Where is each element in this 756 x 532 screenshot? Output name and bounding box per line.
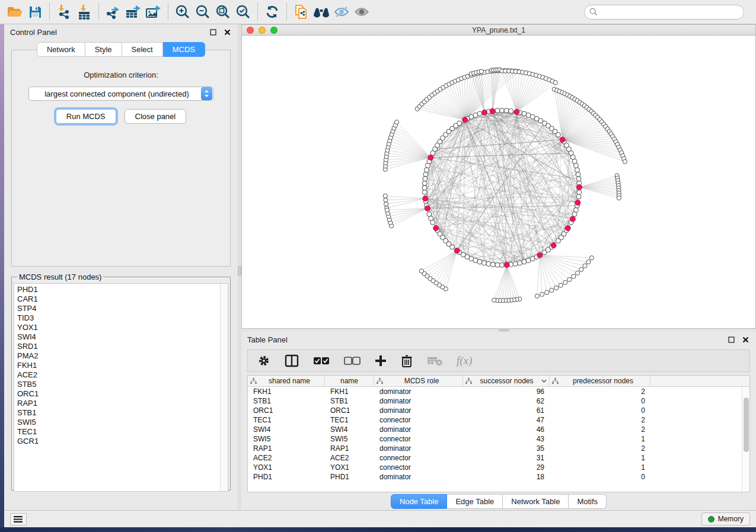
memory-label: Memory	[718, 515, 744, 523]
network-window-titlebar: YPA_prune.txt_1	[242, 25, 755, 36]
cell-successor-nodes: 43	[463, 434, 550, 444]
result-node-item[interactable]: STB5	[17, 380, 228, 389]
split-columns-button[interactable]	[285, 352, 299, 370]
table-settings-button[interactable]	[257, 352, 270, 370]
mcds-result-list[interactable]: PHD1CAR1STP4TID3YOX1SWI4SRD1PMA2FKH1ACE2…	[14, 283, 228, 492]
table-row[interactable]: SWI4SWI4dominator462	[248, 425, 749, 434]
network-canvas[interactable]	[242, 36, 755, 328]
refresh-layout-button[interactable]	[262, 2, 282, 21]
zoom-selected-icon	[235, 4, 251, 20]
column-header-shared-name[interactable]: shared name	[248, 376, 325, 386]
delete-column-button[interactable]	[401, 352, 413, 370]
close-table-panel-button[interactable]	[741, 335, 750, 344]
delete-table-button[interactable]	[427, 352, 442, 370]
network-graph[interactable]	[242, 36, 755, 328]
hide-selected-button[interactable]	[331, 2, 352, 21]
show-all-button[interactable]	[352, 2, 372, 21]
tab-edge-table[interactable]: Edge Table	[447, 494, 503, 509]
cell-MCDS-role: dominator	[374, 444, 463, 453]
table-row[interactable]: SWI5SWI5connector431	[248, 434, 749, 444]
result-node-item[interactable]: TEC1	[17, 427, 228, 437]
cell-MCDS-role: dominator	[374, 425, 463, 434]
show-panels-button[interactable]	[10, 513, 27, 525]
tab-motifs[interactable]: Motifs	[569, 494, 607, 509]
table-row[interactable]: FKH1FKH1dominator962	[248, 387, 749, 396]
result-node-item[interactable]: YOX1	[17, 323, 228, 332]
column-header-predecessor-nodes[interactable]: predecessor nodes	[550, 376, 650, 386]
criterion-dropdown[interactable]: largest connected component (undirected)	[28, 86, 213, 101]
result-list-scrollbar[interactable]	[220, 284, 228, 491]
search-input[interactable]	[601, 8, 739, 16]
result-node-item[interactable]: PMA2	[17, 351, 228, 361]
table-row[interactable]: ORC1ORC1dominator610	[248, 406, 749, 415]
save-session-button[interactable]	[25, 2, 45, 21]
cell-MCDS-role: connector	[374, 434, 463, 444]
tab-style[interactable]: Style	[85, 42, 122, 57]
tab-node-table[interactable]: Node Table	[391, 494, 448, 509]
result-node-item[interactable]: ORC1	[17, 389, 228, 399]
result-node-item[interactable]: STP4	[17, 304, 228, 313]
table-row[interactable]: YOX1YOX1connector291	[248, 463, 749, 472]
table-type-tabs: Node TableEdge TableNetwork TableMotifs	[241, 492, 756, 510]
select-all-columns-button[interactable]	[313, 352, 330, 370]
result-node-item[interactable]: SWI5	[17, 418, 228, 427]
table-scrollbar-thumb[interactable]	[744, 398, 749, 452]
float-window-icon	[728, 336, 735, 343]
cell-successor-nodes: 35	[463, 444, 550, 453]
column-header-successor-nodes[interactable]: successor nodes	[463, 376, 550, 386]
vertical-splitter[interactable]	[238, 24, 241, 510]
tab-select[interactable]: Select	[122, 42, 163, 57]
result-node-item[interactable]: SRD1	[17, 342, 228, 351]
splitter-grip[interactable]	[499, 329, 509, 331]
memory-button[interactable]: Memory	[701, 512, 750, 525]
deselect-all-columns-button[interactable]	[344, 352, 361, 370]
float-table-panel-button[interactable]	[726, 335, 736, 344]
column-header-MCDS-role[interactable]: MCDS role	[374, 376, 463, 386]
result-node-item[interactable]: STB1	[17, 408, 228, 418]
zoom-in-button[interactable]	[173, 2, 193, 21]
apply-function-button[interactable]: f(x)	[457, 352, 472, 370]
export-network-button[interactable]	[103, 2, 123, 21]
import-network-button[interactable]	[54, 2, 74, 21]
cell-name: TEC1	[325, 415, 374, 425]
tab-network-table[interactable]: Network Table	[503, 494, 569, 509]
zoom-fit-button[interactable]	[213, 2, 233, 21]
export-image-button[interactable]	[143, 2, 164, 21]
result-node-item[interactable]: FKH1	[17, 361, 228, 370]
add-column-button[interactable]	[375, 352, 387, 370]
table-row[interactable]: TEC1TEC1connector472	[248, 415, 749, 425]
horizontal-splitter[interactable]	[241, 329, 756, 332]
copy-network-button[interactable]	[291, 2, 311, 21]
result-node-item[interactable]: ACE2	[17, 370, 228, 380]
search-network-button[interactable]	[311, 2, 331, 21]
result-node-item[interactable]: CAR1	[17, 294, 228, 304]
mcds-tab-content: Optimization criterion: largest connecte…	[11, 50, 231, 267]
close-panel-action-button[interactable]: Close panel	[125, 109, 187, 124]
import-table-button[interactable]	[74, 2, 94, 21]
export-table-button[interactable]	[123, 2, 143, 21]
zoom-out-button[interactable]	[193, 2, 213, 21]
table-row[interactable]: STB1STB1dominator620	[248, 396, 749, 406]
tab-mcds[interactable]: MCDS	[163, 42, 205, 57]
tab-network[interactable]: Network	[37, 42, 85, 57]
attribute-tree-icon	[250, 378, 257, 384]
cell-shared-name: SWI4	[248, 425, 325, 434]
result-node-item[interactable]: SWI4	[17, 332, 228, 342]
result-node-item[interactable]: GCR1	[17, 437, 228, 446]
result-node-item[interactable]: TID3	[17, 313, 228, 323]
close-icon	[742, 336, 749, 343]
table-scrollbar[interactable]	[742, 387, 749, 492]
column-header-name[interactable]: name	[325, 376, 374, 386]
result-node-item[interactable]: PHD1	[17, 285, 228, 294]
float-panel-button[interactable]	[208, 27, 218, 37]
run-mcds-button[interactable]: Run MCDS	[56, 109, 116, 124]
close-panel-button[interactable]	[222, 27, 232, 37]
table-row[interactable]: RAP1RAP1dominator352	[248, 444, 749, 453]
zoom-selected-button[interactable]	[233, 2, 253, 21]
open-file-button[interactable]	[5, 2, 25, 21]
result-node-item[interactable]: RAP1	[17, 399, 228, 408]
cell-predecessor-nodes: 2	[550, 425, 650, 434]
table-row[interactable]: PHD1PHD1dominator180	[248, 472, 749, 482]
splitter-grip[interactable]	[238, 266, 241, 275]
table-row[interactable]: ACE2ACE2connector311	[248, 453, 749, 463]
